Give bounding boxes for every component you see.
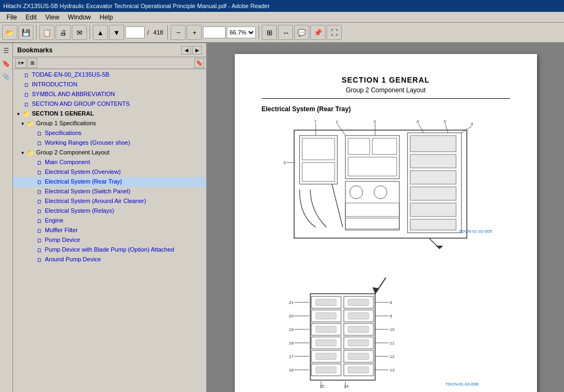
bookmark-item-group1spec[interactable]: ▼ 📁 Group 1 Specifications [13,119,206,129]
expand-group2comp[interactable]: ▼ [19,148,26,157]
nav-tools: ▲ ▼ 20 / 418 [93,25,165,40]
bookmark-item-working[interactable]: 🗋 Working Ranges (Grouser shoe) [13,138,206,148]
svg-point-30 [350,186,363,199]
bookmark-item-symbol[interactable]: 🗋 SYMBOL AND ABBREVIATION [13,90,206,99]
collapse-panel-button[interactable]: ◀ [181,46,191,55]
svg-text:7: 7 [314,119,317,124]
open-button[interactable]: 📂 [2,25,17,40]
bookmark-item-section1[interactable]: ▼ 📁 SECTION 1 GENERAL [13,109,206,119]
properties-button[interactable]: 📋 [39,25,55,40]
print-button[interactable]: 🖨 [56,25,71,40]
bookmark-label-section-group: SECTION AND GROUP CONTENTS [32,100,204,108]
bookmark-item-group2comp[interactable]: ▼ 📁 Group 2 Component Layout [13,148,206,158]
bookmark-item-elec-switchpanel[interactable]: 🗋 Electrical System (Switch Panel) [13,187,206,197]
svg-rect-54 [316,326,336,333]
bookmark-item-elec-aircleaner[interactable]: 🗋 Electrical System (Around Air Cleaner) [13,197,206,206]
page-input[interactable]: 20 [125,26,145,38]
page-total: 418 [152,29,165,36]
expand-group1spec[interactable]: ▼ [19,119,26,128]
bookmark-panel-icon[interactable]: 🔖 [1,58,12,69]
svg-line-23 [445,124,448,133]
bookmark-item-maincomp[interactable]: 🗋 Main Component [13,158,206,167]
expand-all-button[interactable]: ⊞ [28,58,37,68]
prev-page-button[interactable]: ▲ [93,25,108,40]
save-button[interactable]: 💾 [18,25,33,40]
zoom-in-button[interactable]: + [187,25,202,40]
bookmarks-header: Bookmarks ◀ ▶ [13,43,206,57]
bookmark-label-intro: INTRODUCTION [32,80,204,89]
bookmarks-tree[interactable]: 🗋 TODAE-EN-00_ZX135US-5B 🗋 INTRODUCTION … [13,69,206,392]
bookmark-item-intro[interactable]: 🗋 INTRODUCTION [13,80,206,90]
svg-text:2: 2 [283,160,286,165]
page-icon-todae: 🗋 [23,71,30,79]
expand-section1[interactable]: ▼ [15,110,22,118]
bookmark-add-button[interactable]: 🔖 [194,58,204,68]
svg-text:4: 4 [471,121,473,126]
expand-elec-aircleaner[interactable] [28,197,35,206]
menu-file[interactable]: File [2,12,21,22]
bookmark-item-elec-overview[interactable]: 🗋 Electrical System (Overview) [13,167,206,177]
menu-help[interactable]: Help [96,12,118,22]
zoom-select[interactable]: 66.7% 50% 75% 100% [227,26,256,38]
page-of: / [146,29,151,36]
bookmark-label-group2comp: Group 2 Component Layout [36,148,204,157]
bookmark-item-spec[interactable]: 🗋 Specifications [13,129,206,138]
next-page-button[interactable]: ▼ [109,25,124,40]
expand-spec[interactable] [28,129,35,138]
page-icon-working: 🗋 [36,139,43,147]
attach-panel-icon[interactable]: 📎 [1,71,12,82]
fit-width-button[interactable]: ↔ [278,25,293,40]
bookmark-item-aroundpump[interactable]: 🗋 Around Pump Device [13,255,206,265]
expand-pumpblade[interactable] [28,246,35,254]
svg-rect-57 [316,367,336,373]
bookmark-item-muffler[interactable]: 🗋 Muffler Filter [13,226,206,235]
menu-window[interactable]: Window [64,12,96,22]
expand-working[interactable] [28,139,35,147]
menu-edit[interactable]: Edit [21,12,41,22]
pdf-viewer[interactable]: SECTION 1 GENERAL Group 2 Component Layo… [207,43,564,392]
expand-elec-switchpanel[interactable] [28,187,35,196]
fit-page-button[interactable]: ⊞ [262,25,277,40]
file-tools: 📂 💾 [2,25,33,40]
zoom-out-button[interactable]: − [171,25,186,40]
bookmark-item-engine[interactable]: 🗋 Engine [13,216,206,226]
bookmark-item-pumpblade[interactable]: 🗋 Pump Device with Blade Pump (Option) A… [13,245,206,255]
zoom-input[interactable]: 66.7% [203,26,226,38]
comment-button[interactable]: 💬 [294,25,309,40]
options-button[interactable]: ≡▾ [15,58,26,68]
expand-intro[interactable] [15,80,22,89]
svg-text:6: 6 [417,119,419,124]
bookmark-item-pumpdev[interactable]: 🗋 Pump Device [13,235,206,245]
svg-text:14: 14 [344,384,349,389]
svg-text:12: 12 [390,354,395,359]
expand-elec-overview[interactable] [28,168,35,177]
expand-symbol[interactable] [15,90,22,99]
expand-pumpdev[interactable] [28,236,35,245]
expand-elec-reartray[interactable] [28,178,35,186]
svg-point-31 [374,186,387,199]
svg-rect-63 [348,367,369,373]
stamp-button[interactable]: 📌 [310,25,325,40]
expand-maincomp[interactable] [28,158,35,167]
expand-aroundpump[interactable] [28,255,35,264]
expand-engine[interactable] [28,217,35,225]
bookmark-label-maincomp: Main Component [45,158,204,166]
menu-view[interactable]: View [41,12,64,22]
page-panel-icon[interactable]: ☰ [1,45,12,56]
bookmark-label-working: Working Ranges (Grouser shoe) [45,139,204,147]
bookmark-label-pumpdev: Pump Device [45,236,204,244]
bookmark-item-elec-reartray[interactable]: 🗋 Electrical System (Rear Tray) [13,177,206,187]
bookmark-item-elec-relays[interactable]: 🗋 Electrical System (Relays) [13,206,206,216]
email-button[interactable]: ✉ [72,25,87,40]
expand-panel-button[interactable]: ▶ [192,46,202,55]
bookmark-label-aroundpump: Around Pump Device [45,255,204,263]
fullscreen-button[interactable]: ⛶ [327,25,342,40]
expand-elec-relays[interactable] [28,207,35,215]
expand-muffler[interactable] [28,226,35,235]
expand-todae[interactable] [15,71,22,79]
bookmark-item-section-group[interactable]: 🗋 SECTION AND GROUP CONTENTS [13,99,206,109]
bookmark-label-todae: TODAE-EN-00_ZX135US-5B [32,71,204,79]
expand-section-group[interactable] [15,100,22,109]
bookmark-item-todae[interactable]: 🗋 TODAE-EN-00_ZX135US-5B [13,70,206,80]
toolbar-divider-4 [259,25,259,39]
